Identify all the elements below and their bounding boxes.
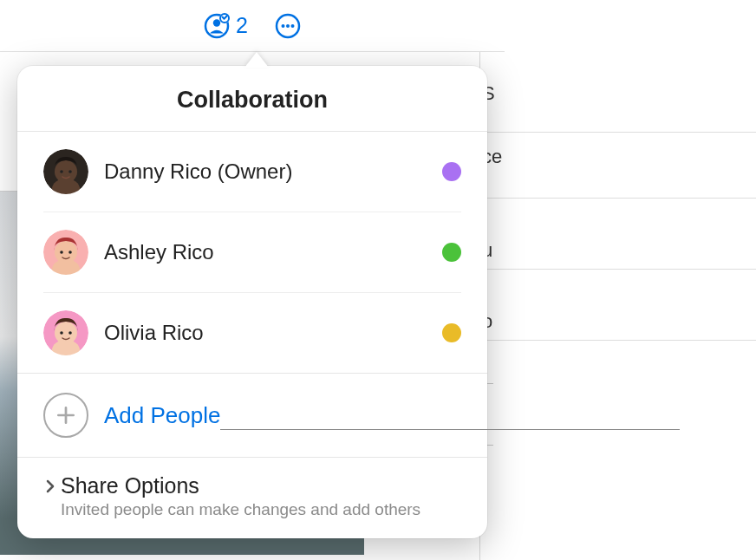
plus-icon [55, 404, 77, 427]
toolbar: 2 [0, 0, 505, 52]
svg-point-1 [213, 19, 220, 26]
collaborator-row[interactable]: Danny Rico (Owner) [43, 132, 461, 212]
callout-leader-line [220, 429, 680, 430]
add-people-label: Add People [104, 402, 220, 429]
collaborator-name: Ashley Rico [104, 240, 442, 264]
sidebar-divider [479, 132, 756, 133]
collaborator-count: 2 [236, 13, 248, 38]
presence-dot [442, 162, 461, 181]
popover-title: Collaboration [17, 66, 487, 132]
sidebar-divider [479, 340, 756, 341]
collaborator-row[interactable]: Ashley Rico [43, 212, 461, 293]
collaborator-name: Olivia Rico [104, 321, 442, 345]
popover-caret [244, 52, 269, 68]
person-badge-icon [203, 12, 231, 40]
collaborator-name: Danny Rico (Owner) [104, 160, 442, 184]
presence-dot [442, 323, 461, 342]
svg-point-7 [290, 24, 294, 28]
share-options-button[interactable]: Share Options Invited people can make ch… [17, 458, 487, 538]
svg-point-6 [286, 24, 290, 28]
avatar [43, 310, 88, 355]
svg-point-5 [281, 24, 284, 28]
avatar [43, 149, 88, 194]
add-people-button[interactable]: Add People [17, 374, 487, 457]
avatar [43, 230, 88, 275]
ellipsis-circle-icon [274, 12, 302, 40]
sidebar-divider [479, 198, 756, 199]
presence-dot [442, 243, 461, 262]
collaboration-toolbar-button[interactable]: 2 [203, 12, 248, 40]
share-options-subtitle: Invited people can make changes and add … [61, 500, 420, 519]
plus-circle-icon [43, 393, 88, 438]
collaborator-row[interactable]: Olivia Rico [43, 293, 461, 373]
share-options-title: Share Options [61, 473, 420, 498]
collaboration-popover: Collaboration Danny Rico (Owner) Ashley … [17, 66, 487, 538]
collaborator-list: Danny Rico (Owner) Ashley Rico Olivia Ri… [17, 132, 487, 373]
sidebar-divider [479, 269, 756, 270]
chevron-right-icon [43, 479, 57, 493]
inspector-sidebar [479, 52, 756, 560]
more-toolbar-button[interactable] [274, 12, 302, 40]
